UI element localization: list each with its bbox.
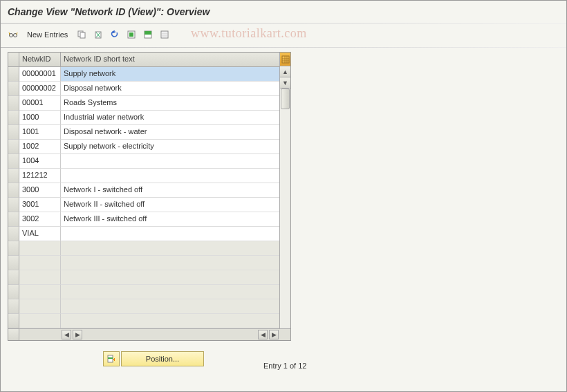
svg-rect-6 bbox=[129, 32, 133, 37]
cell-netwkid[interactable]: 121212 bbox=[19, 169, 61, 183]
row-handle[interactable] bbox=[8, 154, 19, 169]
cell-netwkid[interactable]: VIAL bbox=[19, 227, 61, 241]
cell-netwkid[interactable]: 3000 bbox=[19, 183, 61, 198]
deselect-icon bbox=[160, 30, 169, 39]
table-header: NetwkID Network ID short text bbox=[8, 53, 279, 67]
new-entries-button[interactable]: New Entries bbox=[23, 29, 72, 40]
cell-empty bbox=[61, 314, 279, 328]
table-row[interactable]: 121212 bbox=[8, 169, 279, 183]
hscroll-left-button[interactable]: ◀ bbox=[62, 330, 71, 339]
cell-shorttext[interactable] bbox=[61, 227, 279, 241]
deselect-all-button[interactable] bbox=[158, 28, 171, 41]
row-handle[interactable] bbox=[8, 82, 19, 96]
table-row[interactable]: 3002Network III - switched off bbox=[8, 212, 279, 227]
table-row[interactable]: 1000Industrial water network bbox=[8, 111, 279, 125]
scroll-track[interactable] bbox=[280, 88, 290, 328]
select-block-button[interactable] bbox=[141, 28, 155, 41]
cell-empty bbox=[61, 241, 279, 256]
row-handle[interactable] bbox=[8, 212, 19, 227]
table-row[interactable]: 00000002Disposal network bbox=[8, 82, 279, 96]
row-handle[interactable] bbox=[8, 183, 19, 198]
vertical-scrollbar[interactable]: ▲ ▼ bbox=[279, 53, 290, 328]
cell-netwkid[interactable]: 3001 bbox=[19, 198, 61, 212]
cell-netwkid[interactable]: 00001 bbox=[19, 96, 61, 111]
entry-count-label: Entry 1 of 12 bbox=[263, 362, 306, 370]
hscroll-left-end-button[interactable]: ◀ bbox=[258, 330, 268, 339]
scroll-up-button[interactable]: ▲ bbox=[280, 66, 290, 77]
cell-shorttext[interactable] bbox=[61, 154, 279, 169]
row-handle[interactable] bbox=[8, 198, 19, 212]
row-handle[interactable] bbox=[8, 227, 19, 241]
select-all-icon bbox=[127, 30, 136, 39]
position-button[interactable]: Position... bbox=[121, 351, 204, 366]
delete-button[interactable] bbox=[91, 28, 105, 41]
row-handle bbox=[8, 299, 19, 314]
row-handle bbox=[8, 256, 19, 270]
select-block-icon bbox=[143, 30, 153, 39]
horizontal-scrollbar[interactable]: ◀ ▶ ◀ ▶ bbox=[8, 328, 290, 340]
position-icon-button[interactable] bbox=[103, 351, 120, 366]
hscroll-right-end-button[interactable]: ▶ bbox=[269, 330, 279, 339]
position-icon bbox=[106, 354, 116, 364]
copy-button[interactable] bbox=[75, 28, 89, 41]
cell-shorttext[interactable]: Supply network - electricity bbox=[61, 140, 279, 154]
svg-rect-10 bbox=[282, 56, 289, 63]
cell-empty bbox=[61, 299, 279, 314]
table-row[interactable]: 3000Network I - switched off bbox=[8, 183, 279, 198]
undo-icon bbox=[110, 30, 120, 39]
table-row[interactable]: 1002Supply network - electricity bbox=[8, 140, 279, 154]
column-header-shorttext[interactable]: Network ID short text bbox=[61, 53, 279, 66]
watermark-text: www.tutorialkart.com bbox=[191, 26, 307, 41]
table-row-empty bbox=[8, 299, 279, 314]
cell-shorttext[interactable]: Roads Systems bbox=[61, 96, 279, 111]
scroll-down-button[interactable]: ▼ bbox=[280, 77, 290, 88]
table-corner[interactable] bbox=[8, 53, 19, 66]
cell-netwkid[interactable]: 1000 bbox=[19, 111, 61, 125]
cell-empty bbox=[19, 299, 61, 314]
cell-shorttext[interactable]: Disposal network - water bbox=[61, 125, 279, 140]
cell-netwkid[interactable]: 00000002 bbox=[19, 82, 61, 96]
table-row[interactable]: 1001Disposal network - water bbox=[8, 125, 279, 140]
select-all-button[interactable] bbox=[124, 28, 138, 41]
cell-shorttext[interactable]: Disposal network bbox=[61, 82, 279, 96]
cell-shorttext[interactable]: Network II - switched off bbox=[61, 198, 279, 212]
table-row-empty bbox=[8, 314, 279, 328]
column-header-netwkid[interactable]: NetwkID bbox=[19, 53, 61, 66]
row-handle[interactable] bbox=[8, 67, 19, 82]
cell-netwkid[interactable]: 1002 bbox=[19, 140, 61, 154]
cell-shorttext[interactable]: Industrial water network bbox=[61, 111, 279, 125]
table-row[interactable]: 1004 bbox=[8, 154, 279, 169]
table-row-empty bbox=[8, 241, 279, 256]
table-row[interactable]: 00000001Supply network bbox=[8, 67, 279, 82]
page-title: Change View "Network ID (View)": Overvie… bbox=[8, 6, 559, 17]
table-row[interactable]: VIAL bbox=[8, 227, 279, 241]
network-table: NetwkID Network ID short text 00000001Su… bbox=[8, 52, 291, 341]
row-handle[interactable] bbox=[8, 125, 19, 140]
cell-shorttext[interactable]: Network I - switched off bbox=[61, 183, 279, 198]
hscroll-right-button[interactable]: ▶ bbox=[73, 330, 82, 339]
cell-shorttext[interactable]: Network III - switched off bbox=[61, 212, 279, 227]
table-config-button[interactable] bbox=[280, 53, 290, 66]
toggle-display-button[interactable] bbox=[6, 28, 20, 41]
cell-netwkid[interactable]: 1001 bbox=[19, 125, 61, 140]
table-row[interactable]: 00001Roads Systems bbox=[8, 96, 279, 111]
cell-shorttext[interactable]: Supply network bbox=[61, 67, 279, 82]
scroll-thumb[interactable] bbox=[281, 88, 290, 109]
row-handle[interactable] bbox=[8, 169, 19, 183]
undo-button[interactable] bbox=[108, 28, 122, 41]
cell-empty bbox=[61, 270, 279, 285]
table-row[interactable]: 3001Network II - switched off bbox=[8, 198, 279, 212]
cell-netwkid[interactable]: 00000001 bbox=[19, 67, 61, 82]
row-handle[interactable] bbox=[8, 111, 19, 125]
row-handle[interactable] bbox=[8, 140, 19, 154]
svg-rect-8 bbox=[145, 31, 151, 35]
row-handle bbox=[8, 285, 19, 299]
header: Change View "Network ID (View)": Overvie… bbox=[1, 1, 566, 21]
cell-empty bbox=[19, 241, 61, 256]
row-handle bbox=[8, 314, 19, 328]
cell-shorttext[interactable] bbox=[61, 169, 279, 183]
svg-rect-3 bbox=[80, 32, 85, 38]
row-handle[interactable] bbox=[8, 96, 19, 111]
cell-netwkid[interactable]: 3002 bbox=[19, 212, 61, 227]
cell-netwkid[interactable]: 1004 bbox=[19, 154, 61, 169]
